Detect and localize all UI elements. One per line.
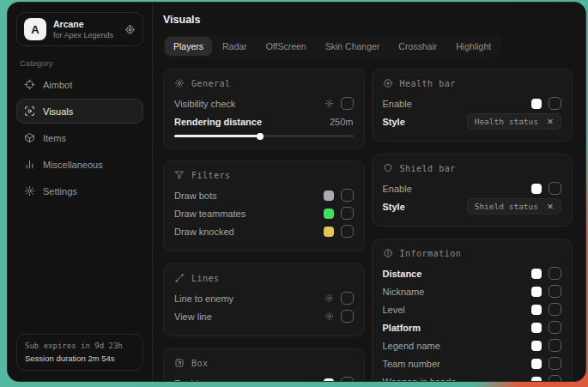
checkbox[interactable]: [341, 377, 354, 381]
setting-controls: [531, 357, 561, 370]
close-icon[interactable]: ✕: [547, 203, 554, 211]
sidebar-item-aimbot[interactable]: Aimbot: [16, 72, 143, 97]
tab-bar: PlayersRadarOffScreenSkin ChangerCrossha…: [163, 35, 501, 57]
checkbox[interactable]: [341, 292, 354, 305]
info-icon: [383, 248, 393, 258]
app-subtitle: for Apex Legends: [53, 31, 113, 39]
checkbox[interactable]: [549, 375, 561, 381]
tab-skin-changer[interactable]: Skin Changer: [317, 37, 389, 56]
card-header: Shield bar: [383, 163, 562, 173]
tab-radar[interactable]: Radar: [214, 37, 256, 56]
sidebar-item-settings[interactable]: Settings: [16, 178, 143, 203]
tab-highlight[interactable]: Highlight: [447, 37, 500, 56]
color-swatch[interactable]: [324, 209, 334, 219]
card-information: InformationDistanceNicknameLevelPlatform…: [372, 239, 573, 381]
gear-icon: [24, 185, 35, 197]
setting-label: Platform: [383, 323, 421, 333]
profile-card: A Arcane for Apex Legends: [16, 12, 143, 46]
left-column: GeneralVisibility checkRendering distanc…: [163, 69, 365, 381]
card-health-bar: Health barEnableStyleHealth status✕: [372, 69, 573, 142]
sidebar-item-visuals[interactable]: Visuals: [16, 99, 143, 124]
setting-label: Draw knocked: [174, 227, 234, 237]
card-header: Filters: [174, 170, 354, 180]
card-header: General: [174, 78, 354, 88]
setting-row: Nickname: [383, 282, 562, 300]
sidebar-spacer: [16, 203, 143, 334]
checkbox[interactable]: [549, 285, 561, 298]
setting-label: Enable: [383, 184, 412, 194]
setting-row: Visibility check: [174, 94, 354, 112]
color-swatch[interactable]: [531, 359, 542, 369]
setting-label: Rendering distance: [174, 117, 262, 127]
setting-label: Style: [383, 117, 405, 127]
color-swatch[interactable]: [531, 99, 542, 109]
setting-label: Draw teammates: [174, 209, 246, 219]
setting-controls: [531, 97, 561, 110]
row-settings-button[interactable]: [324, 293, 334, 303]
setting-row: Draw knocked: [174, 222, 354, 240]
setting-row: Enable: [383, 179, 562, 197]
app-logo: A: [24, 18, 46, 40]
slider-thumb[interactable]: [257, 133, 264, 140]
app-name: Arcane: [53, 19, 113, 29]
close-icon[interactable]: ✕: [547, 118, 554, 126]
setting-label: Enable: [383, 99, 412, 109]
setting-controls: [324, 97, 354, 110]
color-swatch[interactable]: [531, 377, 542, 382]
color-swatch[interactable]: [531, 184, 542, 194]
color-swatch[interactable]: [531, 287, 542, 297]
card-shield-bar: Shield barEnableStyleShield status✕: [372, 154, 573, 227]
color-swatch[interactable]: [531, 305, 542, 315]
color-swatch[interactable]: [324, 190, 334, 201]
setting-label: Draw bots: [174, 190, 217, 201]
checkbox[interactable]: [341, 189, 354, 202]
color-swatch[interactable]: [324, 378, 334, 382]
sidebar-item-items[interactable]: Items: [16, 125, 143, 150]
checkbox[interactable]: [549, 321, 561, 334]
box-icon: [174, 358, 185, 368]
checkbox[interactable]: [549, 357, 561, 370]
checkbox[interactable]: [549, 97, 561, 110]
card-title: Health bar: [400, 79, 456, 88]
card-header: Lines: [174, 273, 354, 283]
rendering-distance-slider[interactable]: [174, 135, 354, 137]
style-select-value: Shield status: [475, 202, 538, 211]
setting-row: Enable: [174, 374, 354, 381]
card-title: General: [191, 79, 231, 88]
setting-controls: [324, 207, 354, 220]
checkbox[interactable]: [549, 267, 561, 280]
setting-controls: [531, 303, 561, 316]
package-icon: [24, 132, 35, 143]
tab-offscreen[interactable]: OffScreen: [258, 37, 315, 56]
checkbox[interactable]: [341, 225, 354, 238]
card-lines: LinesLine to enemyView line: [163, 263, 365, 336]
checkbox[interactable]: [341, 310, 354, 323]
checkbox[interactable]: [549, 303, 561, 316]
color-swatch[interactable]: [531, 323, 542, 333]
shield-icon: [383, 163, 393, 173]
crosshair-icon: [24, 79, 35, 90]
sub-expires-text: Sub expires in 9d 23h: [25, 342, 135, 350]
color-swatch[interactable]: [324, 227, 334, 237]
sidebar-item-label: Items: [43, 133, 66, 143]
tab-players[interactable]: Players: [165, 37, 212, 56]
checkbox[interactable]: [549, 182, 561, 195]
style-select[interactable]: Shield status✕: [467, 198, 561, 215]
sidebar-item-miscellaneous[interactable]: Miscellaneous: [16, 152, 143, 177]
style-select[interactable]: Health status✕: [467, 113, 561, 130]
setting-row: Weapon in hands: [383, 372, 562, 381]
color-swatch[interactable]: [531, 269, 542, 279]
checkbox[interactable]: [341, 97, 354, 110]
funnel-icon: [174, 170, 185, 180]
checkbox[interactable]: [341, 207, 354, 220]
checkbox[interactable]: [549, 339, 561, 352]
gear-icon: [174, 78, 185, 88]
row-settings-button[interactable]: [324, 99, 334, 108]
target-icon[interactable]: [124, 24, 136, 35]
tab-crosshair[interactable]: Crosshair: [390, 37, 446, 56]
main-panel: Visuals PlayersRadarOffScreenSkin Change…: [153, 3, 585, 381]
row-settings-button[interactable]: [324, 311, 334, 321]
sidebar-nav: AimbotVisualsItemsMiscellaneousSettings: [16, 72, 143, 203]
scan-eye-icon: [24, 106, 35, 117]
color-swatch[interactable]: [531, 341, 542, 351]
